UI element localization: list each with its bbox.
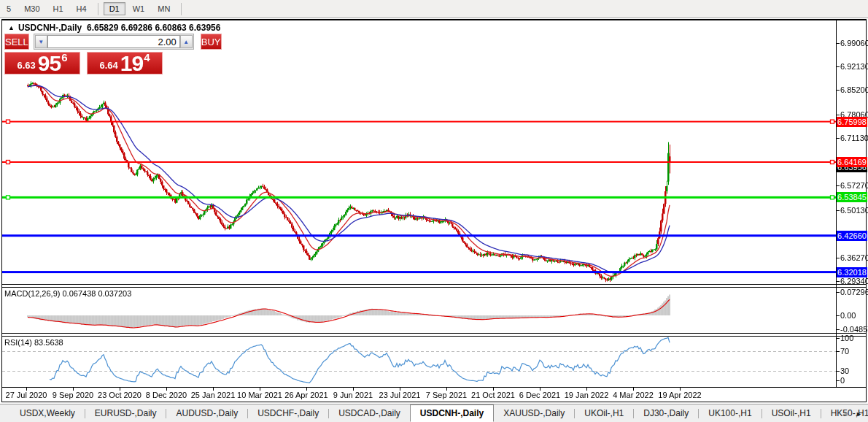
chart-tab-bar: USDX,WeeklyEURUSD-,DailyAUDUSD-,DailyUSD… <box>0 404 868 422</box>
tab-scroll-left-icon[interactable]: ◄ <box>842 410 848 418</box>
tab-usoil-h1[interactable]: USOil-,H1 <box>762 405 821 421</box>
volume-increase-icon[interactable]: ▲ <box>180 35 193 48</box>
rsi-name: RSI(14) <box>4 338 32 347</box>
timeframe-button-W1[interactable]: W1 <box>127 2 151 15</box>
timeframe-toolbar: 5M30H1H4D1W1MN <box>0 0 868 18</box>
bid-pip-digit: 6 <box>61 51 67 64</box>
buy-button[interactable]: BUY <box>201 34 222 50</box>
macd-indicator-label: MACD(12,26,9) 0.067438 0.037203 <box>4 289 131 298</box>
price-tick-label: 6.50130 <box>840 206 868 215</box>
price-level-label: 6.42660 <box>837 231 867 241</box>
volume-input[interactable] <box>47 35 180 48</box>
price-tick-label: 6.36270 <box>840 253 868 262</box>
timeframe-button-M30[interactable]: M30 <box>18 2 45 15</box>
tab-usdx-weekly[interactable]: USDX,Weekly <box>10 405 85 421</box>
macd-values: 0.067438 0.037203 <box>62 289 131 298</box>
date-label: 9 Jun 2021 <box>333 391 373 399</box>
timeframe-button-H4[interactable]: H4 <box>71 2 93 15</box>
bid-big-digits: 95 <box>38 53 61 73</box>
tab-scroll-right-icon[interactable]: ► <box>856 410 862 418</box>
date-label: 21 Oct 2021 <box>471 391 515 399</box>
date-label: 9 Sep 2020 <box>53 391 93 399</box>
rsi-axis-label: 100 <box>840 334 853 342</box>
tab-dj30-daily[interactable]: DJ30-,Daily <box>634 405 698 421</box>
ask-big-digits: 19 <box>120 53 143 73</box>
volume-decrease-icon[interactable]: ▼ <box>35 35 47 48</box>
date-label: 25 Jan 2021 <box>191 391 236 399</box>
price-level-label: 6.53845 <box>837 192 867 202</box>
price-tick-label: 6.92130 <box>840 62 868 71</box>
macd-name: MACD(12,26,9) <box>4 289 60 298</box>
date-label: 19 Jan 2022 <box>565 391 609 399</box>
price-tick-label: 6.29340 <box>840 277 868 285</box>
date-label: 7 Sep 2021 <box>426 391 467 399</box>
price-tick-label: 6.71130 <box>840 134 868 142</box>
date-label: 8 Dec 2020 <box>146 391 187 399</box>
chart-title: ▲USDCNH-,Daily 6.65829 6.69286 6.60863 6… <box>8 23 220 33</box>
ask-prefix: 6.64 <box>99 60 117 71</box>
date-label: 26 Apr 2021 <box>284 391 328 399</box>
date-label: 23 Oct 2020 <box>98 391 142 399</box>
date-label: 6 Dec 2021 <box>519 391 560 399</box>
timeframe-bar: 5M30H1H4D1W1MN <box>0 2 186 15</box>
one-click-trading-panel: SELL ▼ ▲ BUY 6.63956 6.64194 <box>4 34 163 74</box>
chart-ohlc-values: 6.65829 6.69286 6.60863 6.63956 <box>87 23 221 33</box>
tab-scroll-controls: ◄ ► <box>842 404 862 422</box>
macd-axis-label: -0.048575 <box>840 325 868 334</box>
date-label: 19 Apr 2022 <box>658 391 701 399</box>
tab-usdcad-daily[interactable]: USDCAD-,Daily <box>329 405 410 421</box>
timeframe-button-5[interactable]: 5 <box>1 2 17 15</box>
date-label: 23 Jul 2021 <box>379 391 421 399</box>
toolbar-separator <box>181 3 182 15</box>
price-level-label: 6.64169 <box>837 157 867 167</box>
tab-usdcnh-daily[interactable]: USDCNH-,Daily <box>410 404 494 422</box>
bid-prefix: 6.63 <box>17 60 35 71</box>
rsi-axis-label: 30 <box>840 367 849 375</box>
toolbar-separator <box>98 3 98 15</box>
price-level-label: 6.75998 <box>837 117 867 127</box>
trade-buttons-row: SELL ▼ ▲ BUY <box>4 34 163 50</box>
tab-eurusd-daily[interactable]: EURUSD-,Daily <box>85 405 166 421</box>
volume-stepper: ▼ ▲ <box>34 34 194 50</box>
date-label: 4 Mar 2022 <box>613 391 654 399</box>
bid-price-box[interactable]: 6.63956 <box>4 52 80 74</box>
date-label: 10 Mar 2021 <box>237 391 282 399</box>
chart-symbol-period: USDCNH-,Daily <box>18 23 82 33</box>
date-label: 27 Jul 2020 <box>6 391 47 399</box>
rsi-axis-label: 70 <box>840 347 849 356</box>
tab-uk100-h1[interactable]: UK100-,H1 <box>699 405 761 421</box>
macd-axis-label: 0.00 <box>840 311 856 320</box>
rsi-value: 83.5638 <box>34 338 63 347</box>
price-level-label: 6.32018 <box>837 267 867 277</box>
macd-axis-label: 0.072963 <box>840 288 868 296</box>
ask-pip-digit: 4 <box>144 51 150 64</box>
tab-xauusd-daily[interactable]: XAUUSD-,Daily <box>494 405 574 421</box>
tab-usdchf-daily[interactable]: USDCHF-,Daily <box>248 405 328 421</box>
timeframe-button-MN[interactable]: MN <box>152 2 176 15</box>
ask-price-box[interactable]: 6.64194 <box>87 52 163 74</box>
timeframe-button-H1[interactable]: H1 <box>47 2 69 15</box>
collapse-chart-icon[interactable]: ▲ <box>8 24 15 31</box>
tab-audusd-daily[interactable]: AUDUSD-,Daily <box>166 405 247 421</box>
bid-ask-row: 6.63956 6.64194 <box>4 52 163 74</box>
rsi-indicator-label: RSI(14) 83.5638 <box>4 338 63 347</box>
tab-ukoil-h1[interactable]: UKOil-,H1 <box>575 405 633 421</box>
tabs-holder: USDX,WeeklyEURUSD-,DailyAUDUSD-,DailyUSD… <box>10 404 868 422</box>
timeframe-button-D1[interactable]: D1 <box>104 2 125 15</box>
price-tick-label: 6.57270 <box>840 181 868 190</box>
sell-button[interactable]: SELL <box>4 34 29 50</box>
price-tick-label: 6.85200 <box>840 85 868 94</box>
price-tick-label: 6.99060 <box>840 39 868 47</box>
rsi-axis-label: 0 <box>840 376 845 385</box>
